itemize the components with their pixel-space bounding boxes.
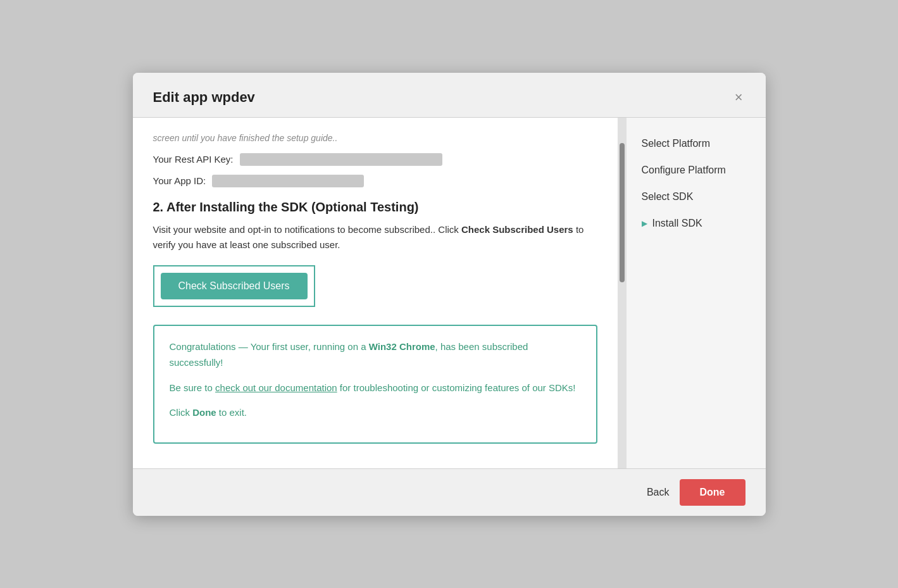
sidebar-item-label: Select Platform	[642, 138, 710, 149]
check-btn-wrapper: Check Subscribed Users	[153, 265, 315, 307]
success-box: Congratulations — Your first user, runni…	[153, 325, 597, 444]
modal-header: Edit app wpdev ×	[133, 73, 766, 118]
success-line2-part2: for troubleshooting or customizing featu…	[337, 382, 576, 393]
section-heading: 2. After Installing the SDK (Optional Te…	[153, 200, 597, 215]
documentation-link[interactable]: check out our documentation	[215, 382, 337, 393]
success-line3-part2: to exit.	[216, 407, 247, 418]
sidebar: Select Platform Configure Platform Selec…	[627, 118, 766, 468]
scrollbar[interactable]	[618, 118, 627, 468]
success-line3-bold: Done	[192, 407, 216, 418]
back-button[interactable]: Back	[647, 487, 670, 498]
app-id-field-row: Your App ID:	[153, 175, 597, 187]
sidebar-item-install-sdk[interactable]: ▶ Install SDK	[642, 218, 751, 229]
main-content: screen until you have finished the setup…	[133, 118, 618, 468]
active-arrow-icon: ▶	[642, 219, 647, 228]
app-id-label: Your App ID:	[153, 175, 206, 186]
success-line3-part1: Click	[170, 407, 193, 418]
app-id-value	[212, 175, 364, 187]
success-line1-bold: Win32 Chrome	[369, 341, 435, 352]
scrollbar-thumb[interactable]	[620, 143, 625, 282]
modal-body: screen until you have finished the setup…	[133, 118, 766, 468]
success-line2: Be sure to check out our documentation f…	[170, 380, 581, 396]
rest-api-field-row: Your Rest API Key:	[153, 153, 597, 166]
rest-api-value	[240, 153, 442, 166]
success-line2-part1: Be sure to	[170, 382, 216, 393]
success-line3: Click Done to exit.	[170, 404, 581, 421]
sidebar-item-label: Install SDK	[652, 218, 702, 229]
success-line1: Congratulations — Your first user, runni…	[170, 339, 581, 371]
modal-footer: Back Done	[133, 468, 766, 516]
sidebar-item-select-platform[interactable]: Select Platform	[642, 138, 751, 149]
modal: Edit app wpdev × screen until you have f…	[133, 73, 766, 516]
success-line1-part1: Congratulations — Your first user, runni…	[170, 341, 369, 352]
section-desc: Visit your website and opt-in to notific…	[153, 222, 597, 253]
close-button[interactable]: ×	[732, 88, 745, 107]
sidebar-item-select-sdk[interactable]: Select SDK	[642, 191, 751, 203]
done-button[interactable]: Done	[680, 479, 745, 506]
rest-api-label: Your Rest API Key:	[153, 154, 234, 165]
check-subscribed-users-button[interactable]: Check Subscribed Users	[161, 273, 308, 299]
truncated-text: screen until you have finished the setup…	[153, 133, 597, 143]
modal-title: Edit app wpdev	[153, 89, 255, 106]
sidebar-item-configure-platform[interactable]: Configure Platform	[642, 165, 751, 176]
sidebar-item-label: Configure Platform	[642, 165, 726, 176]
section-desc-part1: Visit your website and opt-in to notific…	[153, 224, 461, 235]
section-desc-link: Check Subscribed Users	[461, 224, 573, 235]
sidebar-item-label: Select SDK	[642, 191, 694, 203]
